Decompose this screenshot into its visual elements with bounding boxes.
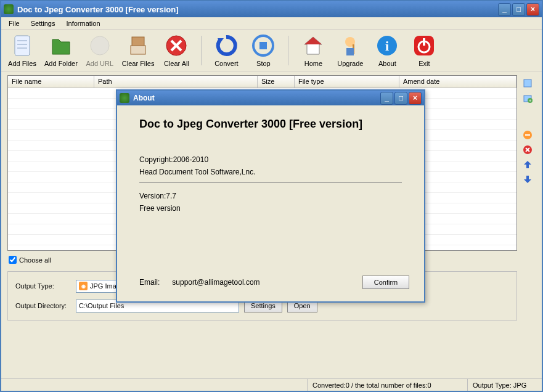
app-icon xyxy=(120,93,129,103)
menu-file[interactable]: File xyxy=(4,18,25,28)
menubar: File Settings Information xyxy=(1,17,542,30)
clear-all-icon xyxy=(164,33,189,58)
col-file-name[interactable]: File name xyxy=(8,76,94,88)
side-remove-all-icon[interactable] xyxy=(522,144,533,155)
about-edition: Free version xyxy=(139,204,402,213)
toolbar-separator xyxy=(288,36,288,65)
side-remove-icon[interactable] xyxy=(522,129,533,141)
jpg-format-icon: ◉ xyxy=(79,282,88,290)
about-company: Head Document Tool Software,Lnc. xyxy=(139,168,402,176)
side-add-file-icon[interactable] xyxy=(522,78,533,89)
side-buttons: + xyxy=(522,75,536,375)
about-dialog: About _ □ × Doc to Jpeg Converter 3000 [… xyxy=(116,89,425,303)
about-email-value: support@allimagetool.com xyxy=(172,278,259,287)
upgrade-button[interactable]: Upgrade xyxy=(335,33,365,67)
clear-files-icon xyxy=(126,33,150,58)
svg-text:+: + xyxy=(529,98,532,103)
svg-rect-0 xyxy=(15,36,30,55)
about-maximize-button[interactable]: □ xyxy=(394,92,407,105)
convert-icon xyxy=(214,33,239,58)
svg-rect-6 xyxy=(131,46,145,54)
clear-all-button[interactable]: Clear All xyxy=(161,33,191,67)
choose-all-label: Choose all xyxy=(19,256,51,264)
stop-button[interactable]: Stop xyxy=(248,33,278,67)
svg-point-4 xyxy=(91,36,109,55)
convert-button[interactable]: Convert xyxy=(211,33,241,67)
menu-information[interactable]: Information xyxy=(61,18,105,28)
about-email-label: Email: xyxy=(139,278,160,287)
add-files-button[interactable]: Add Files xyxy=(7,33,37,67)
about-title: About xyxy=(133,94,155,102)
side-add-folder-icon[interactable]: + xyxy=(522,92,533,104)
clear-files-button[interactable]: Clear Files xyxy=(122,33,155,67)
stop-icon xyxy=(251,33,276,58)
about-button[interactable]: i About xyxy=(372,33,402,67)
svg-rect-20 xyxy=(524,80,531,87)
close-button[interactable]: × xyxy=(526,3,539,16)
add-url-button: Add URL xyxy=(85,33,115,67)
col-size[interactable]: Size xyxy=(258,76,295,88)
output-dir-label: Output Directory: xyxy=(15,302,71,309)
choose-all-checkbox[interactable] xyxy=(9,256,17,264)
toolbar-separator xyxy=(201,36,202,65)
add-folder-icon xyxy=(49,33,73,58)
svg-rect-11 xyxy=(259,42,267,49)
add-files-icon xyxy=(10,33,35,58)
toolbar: Add Files Add Folder Add URL Clear Files… xyxy=(1,30,542,71)
window-title: Doc to Jpeg Converter 3000 [Free version… xyxy=(17,5,179,14)
add-folder-button[interactable]: Add Folder xyxy=(44,33,78,67)
col-path[interactable]: Path xyxy=(94,76,258,88)
about-confirm-button[interactable]: Confirm xyxy=(362,276,409,289)
titlebar: Doc to Jpeg Converter 3000 [Free version… xyxy=(1,1,542,17)
home-icon xyxy=(301,33,325,58)
svg-rect-14 xyxy=(346,48,354,55)
svg-text:i: i xyxy=(385,38,389,54)
menu-settings[interactable]: Settings xyxy=(26,18,60,28)
about-titlebar: About _ □ × xyxy=(117,91,424,105)
side-move-down-icon[interactable] xyxy=(522,174,533,185)
col-file-type[interactable]: File type xyxy=(295,76,399,88)
side-move-up-icon[interactable] xyxy=(522,159,533,170)
about-copyright: Copyright:2006-2010 xyxy=(139,155,402,164)
about-heading: Doc to Jpeg Converter 3000 [Free version… xyxy=(139,118,402,131)
about-minimize-button[interactable]: _ xyxy=(380,92,393,105)
output-type-label: Output Type: xyxy=(15,282,71,290)
col-amend-date[interactable]: Amend date xyxy=(399,76,516,88)
minimize-button[interactable]: _ xyxy=(498,3,511,16)
exit-button[interactable]: Exit xyxy=(409,33,439,67)
add-url-icon xyxy=(88,33,112,58)
about-close-button[interactable]: × xyxy=(409,92,422,105)
exit-icon xyxy=(412,33,436,58)
about-icon: i xyxy=(375,33,399,58)
about-version: Version:7.7 xyxy=(139,192,402,200)
divider xyxy=(139,182,402,183)
home-button[interactable]: Home xyxy=(298,33,328,67)
statusbar: Converted:0 / the total number of files:… xyxy=(1,378,542,391)
maximize-button[interactable]: □ xyxy=(512,3,525,16)
status-output-type: Output Type: JPG xyxy=(468,379,542,391)
status-converted: Converted:0 / the total number of files:… xyxy=(308,379,468,391)
app-icon xyxy=(4,4,14,14)
upgrade-icon xyxy=(338,33,362,58)
